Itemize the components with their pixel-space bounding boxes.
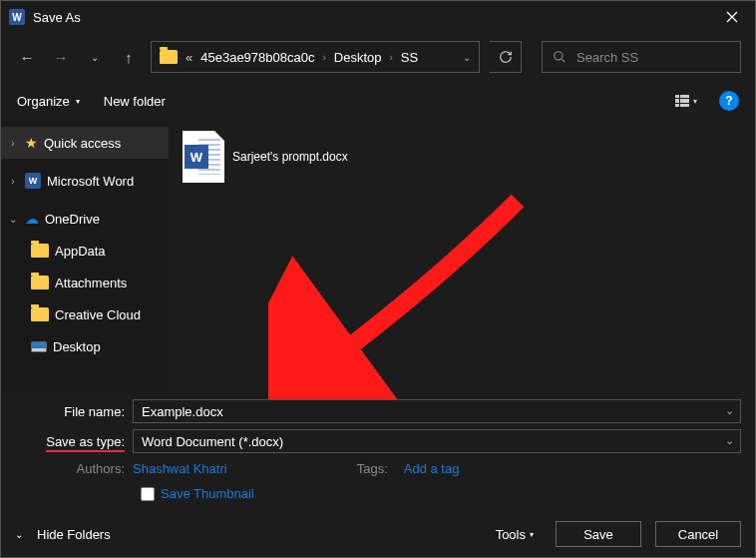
save-as-type-value: Word Document (*.docx)	[142, 434, 283, 449]
organize-label: Organize	[17, 94, 70, 109]
chevron-down-icon: ▾	[693, 97, 697, 106]
sidebar-label: Desktop	[53, 339, 101, 354]
chevron-right-icon: ›	[7, 138, 19, 149]
star-icon: ★	[25, 135, 38, 151]
address-dropdown-icon[interactable]: ⌄	[463, 52, 471, 63]
folder-icon	[31, 276, 49, 289]
sidebar-item-creative-cloud[interactable]: Creative Cloud	[1, 298, 169, 330]
cancel-button[interactable]: Cancel	[655, 521, 741, 547]
sidebar-item-quick-access[interactable]: › ★ Quick access	[1, 127, 169, 159]
authors-label: Authors:	[15, 461, 133, 476]
tags-label: Tags:	[357, 461, 396, 476]
chevron-right-icon: ›	[322, 52, 325, 63]
sidebar-item-attachments[interactable]: Attachments	[1, 267, 169, 298]
chevron-down-icon: ⌄	[7, 214, 19, 225]
forward-button[interactable]: →	[49, 45, 73, 69]
window-title: Save As	[33, 10, 81, 25]
word-document-icon: W	[183, 131, 224, 183]
folder-icon	[31, 244, 49, 258]
breadcrumb-seg2[interactable]: Desktop	[334, 50, 382, 65]
filename-input[interactable]: Example.docx ⌄	[133, 399, 741, 423]
new-folder-button[interactable]: New folder	[104, 94, 166, 109]
chevron-down-icon: ▾	[530, 530, 534, 539]
cloud-icon: ☁	[25, 211, 39, 227]
chevron-right-icon: ›	[390, 52, 393, 63]
chevron-down-icon: ▾	[76, 97, 80, 106]
breadcrumb-prefix: «	[186, 50, 192, 65]
word-app-icon: W	[9, 9, 25, 25]
sidebar-label: Quick access	[44, 136, 121, 151]
folder-icon	[31, 307, 49, 321]
refresh-button[interactable]	[490, 41, 522, 73]
chevron-down-icon[interactable]: ⌄	[725, 404, 734, 417]
sidebar-label: AppData	[55, 244, 106, 259]
search-placeholder: Search SS	[576, 50, 638, 65]
sidebar-label: Microsoft Word	[47, 174, 134, 189]
chevron-right-icon: ›	[7, 176, 19, 187]
sidebar-item-microsoft-word[interactable]: › W Microsoft Word	[1, 165, 169, 197]
tools-label: Tools	[496, 527, 526, 542]
filename-label: File name:	[15, 404, 133, 419]
up-button[interactable]: ↑	[117, 45, 141, 69]
collapse-icon: ⌄	[15, 529, 23, 540]
hide-folders-button[interactable]: Hide Folders	[37, 527, 111, 542]
search-input[interactable]: Search SS	[542, 41, 741, 73]
file-list-area[interactable]: W Sarjeet's prompt.docx	[169, 121, 755, 391]
folder-icon	[160, 50, 178, 64]
save-thumbnail-label[interactable]: Save Thumbnail	[161, 486, 254, 501]
sidebar-label: Attachments	[55, 276, 127, 290]
word-icon: W	[25, 173, 41, 189]
sidebar-item-onedrive[interactable]: ⌄ ☁ OneDrive	[1, 203, 169, 235]
new-folder-label: New folder	[104, 94, 166, 109]
help-button[interactable]: ?	[719, 91, 739, 111]
breadcrumb-seg1[interactable]: 45e3ae978b08ca0c	[200, 50, 314, 65]
save-as-type-label: Save as type:	[15, 434, 133, 449]
address-bar[interactable]: « 45e3ae978b08ca0c › Desktop › SS ⌄	[151, 41, 480, 73]
save-button[interactable]: Save	[556, 521, 641, 547]
file-label: Sarjeet's prompt.docx	[232, 150, 382, 164]
sidebar-item-desktop[interactable]: Desktop	[1, 330, 169, 362]
back-button[interactable]: ←	[15, 45, 39, 69]
save-thumbnail-checkbox[interactable]	[141, 487, 155, 501]
chevron-down-icon[interactable]: ⌄	[725, 434, 734, 447]
tags-link[interactable]: Add a tag	[404, 461, 460, 476]
file-item[interactable]: W Sarjeet's prompt.docx	[183, 131, 741, 183]
recent-locations-button[interactable]: ⌄	[83, 45, 107, 69]
filename-value: Example.docx	[142, 404, 223, 419]
save-as-type-select[interactable]: Word Document (*.docx) ⌄	[133, 429, 741, 453]
view-options-button[interactable]: ▾	[671, 89, 701, 113]
search-icon	[553, 50, 567, 64]
desktop-icon	[31, 341, 47, 352]
annotation-arrow	[268, 191, 567, 400]
organize-button[interactable]: Organize ▾	[17, 94, 80, 109]
sidebar-label: OneDrive	[45, 212, 100, 227]
sidebar-item-appdata[interactable]: AppData	[1, 235, 169, 267]
breadcrumb-seg3[interactable]: SS	[401, 50, 418, 65]
close-button[interactable]	[709, 1, 755, 33]
tools-button[interactable]: Tools ▾	[496, 527, 534, 542]
svg-point-0	[555, 52, 563, 60]
sidebar-label: Creative Cloud	[55, 307, 141, 322]
authors-link[interactable]: Shashwat Khatri	[133, 461, 227, 476]
